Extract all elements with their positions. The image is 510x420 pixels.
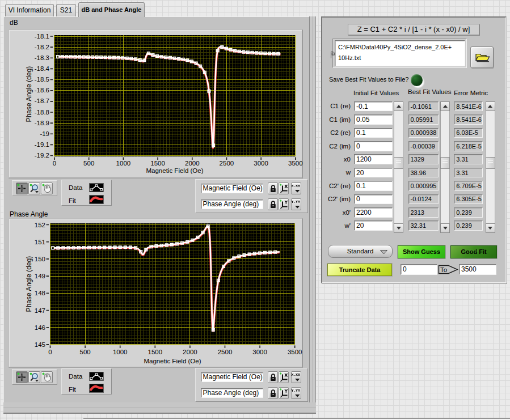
svg-text:To: To	[440, 266, 447, 273]
